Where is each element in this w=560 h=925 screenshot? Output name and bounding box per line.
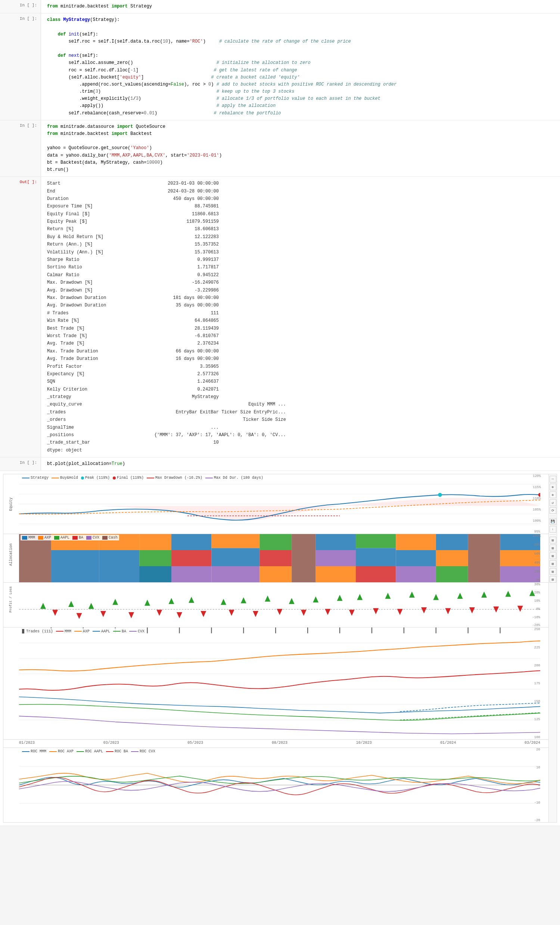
svg-marker-74	[301, 610, 306, 616]
cvx-price-line	[129, 631, 137, 631]
cell-3-content[interactable]: from minitrade.datasource import QuoteSo…	[41, 121, 560, 176]
out-row: End 2024-03-28 00:00:00	[47, 188, 554, 195]
svg-marker-80	[445, 609, 450, 615]
svg-marker-55	[337, 595, 343, 601]
cash-swatch	[102, 536, 108, 540]
svg-marker-76	[349, 610, 355, 616]
price-svg	[19, 628, 540, 739]
toolbar-save-btn[interactable]: 💾	[549, 518, 556, 525]
equity-panel: Equity Strategy Buy&Hold Peak (119%) Fin…	[3, 474, 548, 534]
out-row: Avg. Trade [%] 2.376234	[47, 340, 554, 347]
toolbar-panel5-btn[interactable]: ▤	[549, 568, 556, 575]
peak-dot	[81, 476, 84, 479]
out-row: Avg. Drawdown Duration 35 days 00:00:00	[47, 301, 554, 309]
roc-legend: ROC MMM ROC AXP ROC AAPL ROC BA ROC CVX	[21, 749, 157, 754]
cell-4-content: Start 2023-01-03 00:00:00 End 2024-03-28…	[41, 177, 560, 457]
toolbar-reset-btn[interactable]: ↺	[549, 499, 556, 506]
roc-cvx-line	[131, 751, 138, 752]
cell-3-gutter: In [ ]:	[0, 121, 41, 176]
out-row: dtype: object	[47, 447, 554, 454]
alloc-y-label: Allocation	[9, 551, 13, 566]
legend-peak: Peak (119%)	[81, 476, 110, 480]
out-row: Win Rate [%] 64.864865	[47, 317, 554, 324]
out-row: Exposure Time [%] 88.745981	[47, 203, 554, 210]
svg-marker-44	[68, 601, 74, 607]
cell-1-content[interactable]: from minitrade.backtest import Strategy	[41, 0, 560, 13]
toolbar-refresh-btn[interactable]: ⟳	[549, 507, 556, 514]
toolbar-panel4-btn[interactable]: ▤	[549, 560, 556, 567]
roc-mmm-line	[22, 751, 30, 752]
toolbar-pan-btn[interactable]: ↔	[549, 476, 556, 482]
out-row: Sharpe Ratio 0.999137	[47, 256, 554, 264]
svg-marker-52	[265, 596, 270, 602]
svg-marker-67	[128, 612, 134, 618]
out-row: _trade_start_bar 10	[47, 439, 554, 446]
svg-rect-32	[396, 534, 436, 550]
alloc-legend: MMM AXP AAPL BA CVX Cash	[21, 535, 119, 541]
out-row: Volatility (Ann.) [%] 15.370613	[47, 249, 554, 256]
svg-marker-69	[177, 612, 182, 618]
toolbar-download-btn[interactable]: ↓	[549, 526, 556, 533]
pnl-svg	[19, 583, 540, 627]
toolbar-zoom-btn[interactable]: ⊕	[549, 484, 556, 490]
svg-rect-34	[396, 566, 436, 582]
out-row: _orders Ticker Side Size	[47, 416, 554, 423]
toolbar-panel3-btn[interactable]: ▤	[549, 552, 556, 559]
svg-rect-29	[356, 534, 396, 548]
legend-buynhold: Buy&Hold	[51, 476, 78, 480]
svg-rect-18	[171, 566, 211, 582]
svg-marker-70	[200, 611, 206, 617]
svg-rect-38	[468, 534, 500, 582]
svg-marker-43	[40, 603, 46, 609]
svg-marker-82	[493, 607, 499, 613]
cell-1: In [ ]: from minitrade.backtest import S…	[0, 0, 560, 14]
right-toolbar: ↔ ⊕ ⊕ ↺ ⟳ 💾 ↓ ▤ ▤ ▤ ▤ ▤ ▤	[548, 474, 557, 822]
svg-rect-23	[260, 550, 291, 566]
out-row: Avg. Trade Duration 16 days 00:00:00	[47, 355, 554, 363]
toolbar-divider-1	[549, 516, 556, 516]
svg-rect-8	[19, 534, 51, 582]
svg-rect-36	[436, 550, 468, 566]
out-row: Start 2023-01-03 00:00:00	[47, 180, 554, 187]
svg-rect-22	[260, 534, 291, 550]
out-row: Buy & Hold Return [%] 12.122283	[47, 233, 554, 241]
cell-2-content[interactable]: class MyStrategy(Strategy): def init(sel…	[41, 14, 560, 120]
output-table: Start 2023-01-03 00:00:00 End 2024-03-28…	[47, 180, 554, 454]
out-row: Duration 450 days 00:00:00	[47, 195, 554, 203]
svg-rect-11	[99, 550, 139, 582]
svg-marker-75	[325, 609, 330, 615]
maxdd-line	[147, 478, 154, 478]
svg-marker-49	[189, 597, 194, 603]
toolbar-panel6-btn[interactable]: ▤	[549, 576, 556, 583]
roc-aapl-line	[77, 751, 84, 752]
svg-rect-30	[356, 548, 396, 566]
out-row: SignalTime ...	[47, 424, 554, 431]
roc-svg	[19, 748, 540, 822]
equity-y-label: Equity	[9, 497, 13, 512]
cell-4: Out[ ]: Start 2023-01-03 00:00:00 End 20…	[0, 177, 560, 458]
svg-marker-64	[52, 610, 58, 616]
out-row: SQN 1.246637	[47, 378, 554, 385]
out-row: _strategy MyStrategy	[47, 393, 554, 401]
alloc-y-axis: 100% 80% 60% 40% 20% 0%	[533, 534, 540, 582]
ba-swatch	[72, 536, 78, 540]
toolbar-crosshair-btn[interactable]: ⊕	[549, 491, 556, 498]
svg-rect-27	[316, 550, 356, 566]
toolbar-panel2-btn[interactable]: ▤	[549, 545, 556, 551]
out-row: Best Trade [%] 28.119439	[47, 325, 554, 332]
cell-3-code: from minitrade.datasource import QuoteSo…	[47, 124, 554, 173]
cell-1-gutter: In [ ]:	[0, 0, 41, 13]
out-row: Equity Final [$] 11860.6813	[47, 210, 554, 218]
out-row: Return (Ann.) [%] 15.357352	[47, 241, 554, 248]
cell-5-content[interactable]: bt.plot(plot_allocation=True)	[41, 458, 560, 470]
toolbar-panel1-btn[interactable]: ▤	[549, 537, 556, 544]
out-row: Max. Drawdown Duration 181 days 00:00:00	[47, 294, 554, 301]
svg-marker-61	[481, 592, 487, 598]
aapl-swatch	[54, 536, 59, 540]
price-y-axis: 250 225 200 175 150 125 100	[532, 628, 540, 739]
cell-4-gutter: Out[ ]:	[0, 177, 41, 457]
svg-marker-58	[409, 592, 415, 598]
svg-rect-26	[316, 534, 356, 550]
out-row: _positions {'MMM': 37, 'AXP': 17, 'AAPL'…	[47, 431, 554, 439]
roc-panel: ROC MMM ROC AXP ROC AAPL ROC BA ROC CVX …	[3, 747, 548, 822]
